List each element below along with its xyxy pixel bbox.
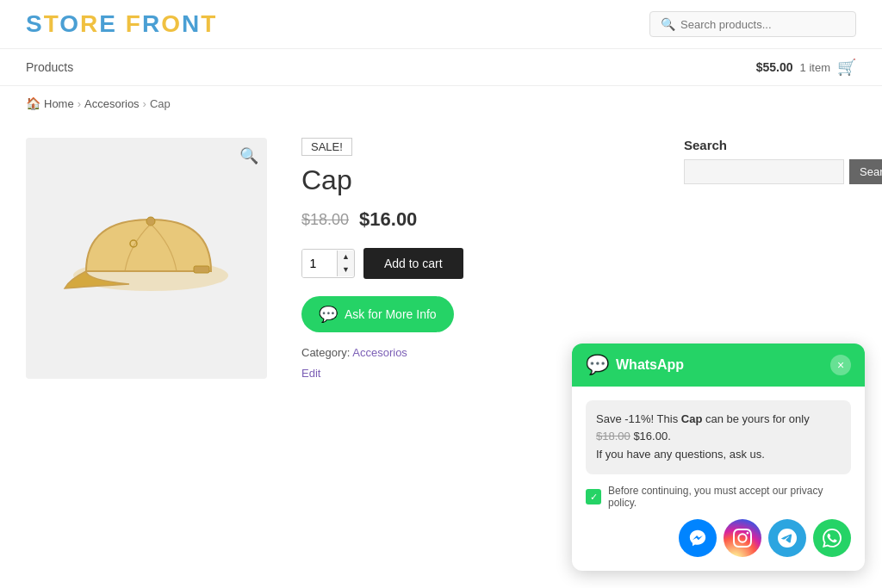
home-icon: 🏠 xyxy=(26,96,40,110)
cart-icon[interactable]: 🛒 xyxy=(837,58,856,77)
sidebar-search-input[interactable] xyxy=(684,159,844,184)
edit-link[interactable]: Edit xyxy=(301,367,320,380)
quantity-field[interactable]: 1 xyxy=(302,250,337,277)
sidebar-search-area: Search xyxy=(684,159,856,184)
add-to-cart-button[interactable]: Add to cart xyxy=(363,248,463,279)
breadcrumb-category[interactable]: Accesorios xyxy=(84,97,140,110)
wa-title: WhatsApp xyxy=(616,357,684,373)
wa-header: 💬 WhatsApp × xyxy=(572,344,865,387)
quantity-input[interactable]: 1 ▲ ▼ xyxy=(301,249,355,278)
qty-arrows: ▲ ▼ xyxy=(337,251,354,276)
product-image xyxy=(60,189,233,327)
price-area: $18.00 $16.00 xyxy=(301,208,649,231)
qty-up-arrow[interactable]: ▲ xyxy=(338,251,354,263)
ask-btn-label: Ask for More Info xyxy=(345,307,437,321)
whatsapp-popup: 💬 WhatsApp × Save -11%! This Cap can be … xyxy=(572,344,865,397)
breadcrumb-sep-2: › xyxy=(143,97,146,110)
category-link[interactable]: Accesorios xyxy=(352,346,407,359)
header: STORE FRONT 🔍 xyxy=(0,0,882,49)
ask-more-info-button[interactable]: 💬 Ask for More Info xyxy=(301,296,454,332)
zoom-icon[interactable]: 🔍 xyxy=(239,146,258,165)
cart-area: $55.00 1 item 🛒 xyxy=(756,58,856,77)
category-label: Category: xyxy=(301,346,350,359)
sidebar-search-label: Search xyxy=(684,138,856,152)
search-input[interactable] xyxy=(680,18,845,31)
sale-price: $16.00 xyxy=(359,208,417,231)
original-price: $18.00 xyxy=(301,211,349,229)
product-section: 🔍 SALE! Cap xyxy=(26,138,649,380)
search-icon: 🔍 xyxy=(661,17,675,31)
whatsapp-logo-icon: 💬 xyxy=(586,354,609,376)
svg-rect-3 xyxy=(194,266,209,273)
breadcrumb: 🏠 Home › Accesorios › Cap xyxy=(0,86,882,121)
quantity-cart: 1 ▲ ▼ Add to cart xyxy=(301,248,649,279)
nav-products[interactable]: Products xyxy=(26,60,73,74)
breadcrumb-sep-1: › xyxy=(78,97,81,110)
wa-header-left: 💬 WhatsApp xyxy=(586,354,684,376)
sidebar-search-button[interactable]: Search xyxy=(849,159,882,184)
whatsapp-icon: 💬 xyxy=(319,305,338,324)
sale-badge: SALE! xyxy=(301,138,352,156)
qty-down-arrow[interactable]: ▼ xyxy=(338,263,354,276)
product-name: Cap xyxy=(301,164,649,196)
cart-item-count: 1 item xyxy=(800,61,830,74)
cart-price: $55.00 xyxy=(756,60,793,74)
product-image-container: 🔍 xyxy=(26,138,267,379)
nav-bar: Products $55.00 1 item 🛒 xyxy=(0,49,882,86)
store-title: STORE FRONT xyxy=(26,10,217,38)
wa-close-button[interactable]: × xyxy=(830,355,851,375)
wa-body: Save -11%! This Cap can be yours for onl… xyxy=(572,387,865,397)
breadcrumb-home[interactable]: Home xyxy=(44,97,74,110)
header-search-bar[interactable]: 🔍 xyxy=(649,11,856,37)
breadcrumb-current: Cap xyxy=(150,97,171,110)
